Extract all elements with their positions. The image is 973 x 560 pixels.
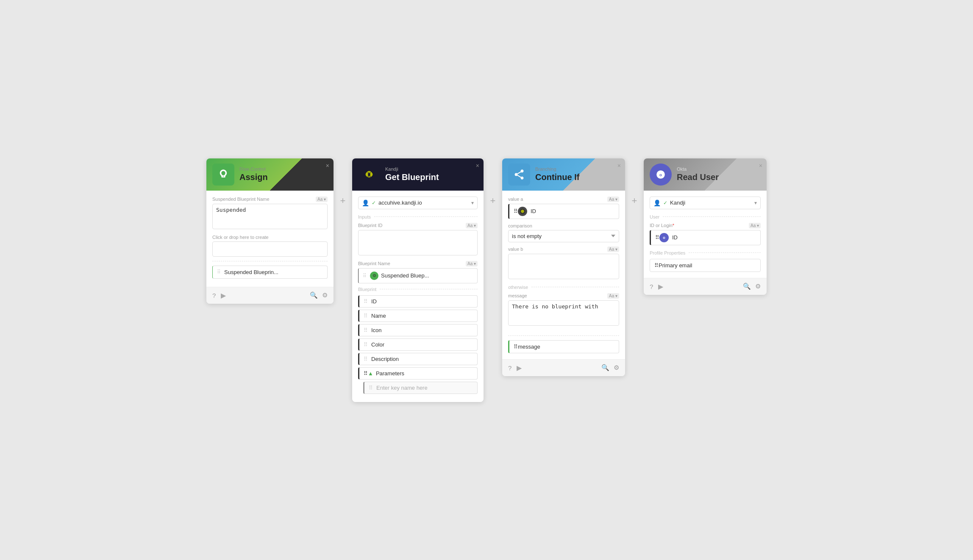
blueprint-color-field: ⠿ Color (358, 338, 478, 351)
assign-subtitle: Flow Control (239, 166, 268, 172)
blueprint-name-field-label: Name (371, 313, 386, 319)
okta-close-button[interactable]: × (759, 163, 762, 169)
blueprint-icon-field: ⠿ Icon (358, 324, 478, 336)
share-icon (513, 169, 525, 180)
okta-help-button[interactable]: ? (650, 283, 653, 290)
branching-search-button[interactable]: 🔍 (601, 364, 609, 371)
id-or-login-input[interactable]: ⠿ o ID (650, 230, 761, 245)
id-or-login-label: ID or Login * Aa ▾ (650, 223, 761, 228)
value-b-aa-tag: Aa ▾ (607, 247, 619, 252)
branching-header-text: Branching Continue If (535, 166, 579, 182)
assign-create-area: Click or drop here to create (212, 235, 328, 257)
assign-body: Suspended Blueprint Name Aa ▾ Suspended … (206, 191, 334, 287)
okta-header-text: Okta Read User (677, 166, 719, 182)
assign-close-button[interactable]: × (326, 163, 329, 169)
value-a-label: value a Aa ▾ (508, 197, 619, 202)
blueprint-section-label: Blueprint (358, 287, 478, 292)
message-output-item[interactable]: ⠿ message (508, 340, 619, 353)
drag-handle-icon: ⠿ (369, 385, 373, 391)
assign-output-label: Suspended Blueprin... (224, 269, 278, 275)
value-b-input[interactable] (508, 254, 619, 279)
chevron-up-icon: ▲ (368, 370, 373, 377)
card-okta-header: o Okta Read User × (644, 158, 767, 191)
branching-settings-button[interactable]: ⚙ (614, 364, 619, 371)
kandji-close-button[interactable]: × (476, 163, 479, 169)
assign-help-button[interactable]: ? (212, 292, 216, 299)
assign-settings-button[interactable]: ⚙ (322, 291, 328, 299)
assign-footer-left: ? ▶ (212, 291, 226, 299)
branching-help-button[interactable]: ? (508, 364, 512, 371)
kandji-account-value: accuhive.kandji.io (378, 200, 422, 206)
branching-footer: ? ▶ 🔍 ⚙ (502, 359, 625, 376)
svg-point-0 (368, 173, 370, 176)
value-a-value: ID (531, 208, 536, 214)
okta-icon: o (650, 164, 672, 186)
branching-subtitle: Branching (535, 166, 579, 172)
blueprint-name-field-label: Blueprint Name Aa ▾ (358, 261, 478, 266)
card-branching-header: Branching Continue If × (502, 158, 625, 191)
assign-play-button[interactable]: ▶ (221, 291, 226, 299)
value-a-input[interactable]: ⠿ ID (508, 204, 619, 219)
branching-title: Continue If (535, 172, 579, 182)
okta-play-button[interactable]: ▶ (658, 283, 663, 291)
kandji-header-text: Kandji Get Blueprint (385, 166, 439, 182)
branching-close-button[interactable]: × (617, 163, 621, 169)
workflow-canvas: Flow Control Assign × Suspended Blueprin… (206, 158, 767, 402)
drag-handle-icon: ⠿ (363, 273, 367, 279)
message-output-label: message (518, 344, 540, 350)
comparison-select[interactable]: is not empty (508, 230, 619, 242)
kandji-account-select[interactable]: 👤 ✓ accuhive.kandji.io ▾ (358, 197, 478, 209)
card-kandji-header: Kandji Get Blueprint × (352, 158, 484, 191)
blueprint-color-field-label: Color (371, 341, 384, 348)
okta-account-value: Kandji (670, 200, 685, 206)
person-icon: 👤 (362, 200, 369, 206)
blueprint-id-input[interactable] (358, 230, 478, 255)
okta-title: Read User (677, 172, 719, 182)
drag-handle-icon: ⠿ (364, 327, 368, 333)
enter-key-placeholder: Enter key name here (376, 385, 428, 391)
enter-key-field[interactable]: ⠿ Enter key name here (363, 382, 478, 394)
assign-create-label: Click or drop here to create (212, 235, 328, 240)
branching-footer-right: 🔍 ⚙ (601, 364, 619, 371)
okta-body: 👤 ✓ Kandji ▾ User ID or Login * Aa ▾ ⠿ o… (644, 191, 767, 278)
kandji-mini-icon (519, 208, 526, 215)
kandji-body: 👤 ✓ accuhive.kandji.io ▾ Inputs Blueprin… (352, 191, 484, 402)
kandji-avatar-icon (518, 207, 527, 216)
connector-3: + (625, 184, 644, 218)
drag-handle-icon: ⠿ (514, 344, 518, 350)
drag-handle-icon: ⠿ (364, 370, 368, 377)
drag-handle-icon: ⠿ (364, 356, 368, 362)
card-assign: Flow Control Assign × Suspended Blueprin… (206, 158, 334, 304)
message-input[interactable]: There is no blueprint with (508, 300, 619, 326)
blueprint-description-field: ⠿ Description (358, 353, 478, 365)
okta-search-button[interactable]: 🔍 (743, 283, 751, 290)
assign-drop-area[interactable] (212, 241, 328, 257)
profile-properties-label: Profile Properties (650, 250, 761, 255)
check-icon: ✓ (372, 200, 376, 206)
lightbulb-icon (217, 169, 229, 180)
blueprint-name-input-item[interactable]: ⠿ ⚙ Suspended Bluep... (358, 268, 478, 283)
okta-settings-button[interactable]: ⚙ (755, 283, 761, 290)
assign-output-item[interactable]: ⠿ Suspended Blueprin... (212, 266, 328, 279)
assign-icon (212, 164, 234, 186)
branching-icon (508, 164, 530, 186)
blueprint-icon-field-label: Icon (371, 327, 382, 333)
card-continue-if: Branching Continue If × value a Aa ▾ ⠿ I… (502, 158, 625, 376)
assign-blueprint-name-input[interactable]: Suspended (212, 204, 328, 229)
assign-search-button[interactable]: 🔍 (310, 291, 318, 299)
branching-play-button[interactable]: ▶ (517, 364, 522, 372)
chevron-down-icon: ▾ (754, 200, 757, 206)
blueprint-name-value: Suspended Bluep... (381, 272, 429, 279)
drag-handle-icon: ⠿ (364, 341, 368, 348)
required-marker: * (673, 223, 674, 228)
okta-footer: ? ▶ 🔍 ⚙ (644, 278, 767, 295)
comparison-label: comparison (508, 223, 619, 228)
assign-footer-right: 🔍 ⚙ (310, 291, 328, 299)
primary-email-item[interactable]: ⠿ Primary email (650, 259, 761, 272)
card-get-blueprint: Kandji Get Blueprint × 👤 ✓ accuhive.kand… (352, 158, 484, 402)
drag-handle-icon: ⠿ (364, 313, 368, 319)
kandji-subtitle: Kandji (385, 166, 439, 172)
okta-account-select[interactable]: 👤 ✓ Kandji ▾ (650, 197, 761, 209)
inputs-section-label: Inputs (358, 214, 478, 219)
blueprint-id-aa-tag: Aa ▾ (466, 223, 478, 228)
